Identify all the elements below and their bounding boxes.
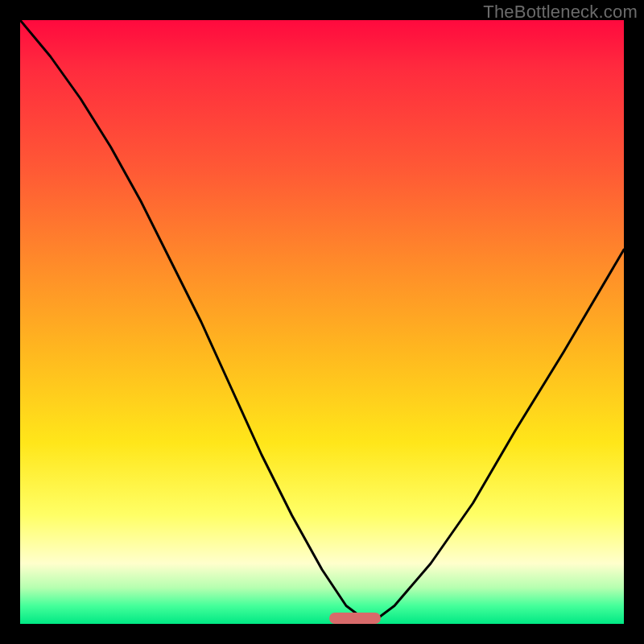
chart-frame	[20, 20, 624, 624]
bottleneck-curve	[20, 20, 624, 624]
plot-area	[20, 20, 624, 624]
optimal-range-marker	[329, 613, 381, 624]
watermark-text: TheBottleneck.com	[483, 2, 638, 23]
